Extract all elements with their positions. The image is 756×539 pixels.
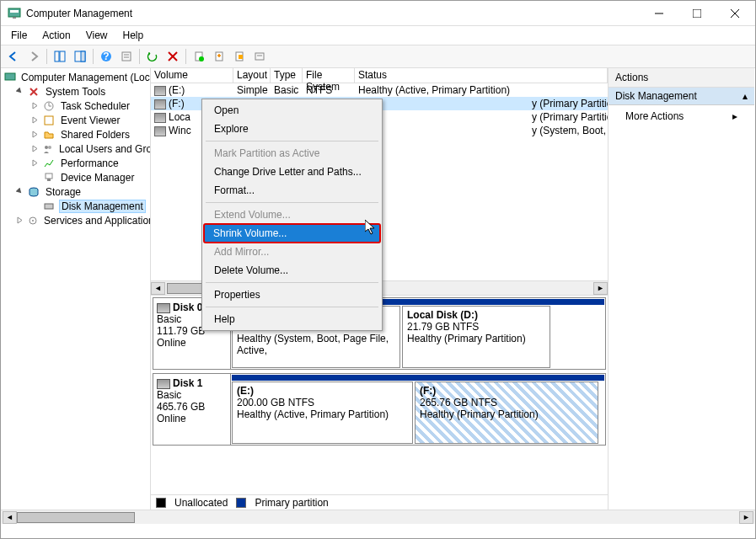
ctx-properties[interactable]: Properties (204, 286, 380, 304)
expand-icon[interactable] (31, 116, 39, 124)
svg-rect-25 (5, 73, 15, 80)
expand-icon[interactable] (31, 102, 39, 109)
event-icon (42, 114, 56, 127)
ctx-format[interactable]: Format... (204, 181, 380, 200)
volume-status: y (System, Boot, Page File, Active, Cras… (355, 125, 608, 136)
svg-rect-1 (10, 10, 19, 13)
volume-fs: NTFS (303, 84, 355, 96)
svg-rect-32 (46, 173, 52, 179)
scroll-left-button[interactable]: ◄ (151, 282, 165, 295)
collapse-icon[interactable] (16, 188, 24, 195)
wizard-button[interactable] (230, 47, 249, 66)
volume-row[interactable]: (E:)SimpleBasicNTFSHealthy (Active, Prim… (151, 83, 608, 97)
ctx-help[interactable]: Help (204, 310, 380, 328)
actions-group[interactable]: Disk Management ▴ (609, 88, 754, 105)
users-icon (42, 142, 54, 156)
chevron-right-icon: ▸ (732, 110, 737, 122)
back-button[interactable] (4, 47, 23, 66)
ctx-change-drive-letter[interactable]: Change Drive Letter and Paths... (204, 163, 380, 181)
scroll-thumb[interactable] (17, 512, 135, 523)
collapse-icon[interactable] (16, 88, 24, 95)
tree-shared-folders[interactable]: Shared Folders (1, 127, 150, 141)
tree-disk-management[interactable]: Disk Management (1, 199, 150, 213)
partition[interactable]: (E:)200.00 GB NTFSHealthy (Active, Prima… (232, 382, 413, 444)
menu-help[interactable]: Help (116, 28, 151, 43)
tree-event-viewer[interactable]: Event Viewer (1, 113, 150, 127)
disk-info[interactable]: Disk 1 Basic 465.76 GB Online (153, 374, 231, 445)
ctx-explore[interactable]: Explore (204, 120, 380, 138)
partition-size: 265.76 GB NTFS (420, 397, 497, 408)
ctx-extend-volume: Extend Volume... (204, 205, 380, 224)
col-layout[interactable]: Layout (233, 68, 271, 83)
col-status[interactable]: Status (355, 68, 608, 83)
disk-label: Disk 0 (173, 302, 202, 313)
tree-label: Shared Folders (59, 129, 131, 141)
maximize-button[interactable] (678, 2, 716, 25)
expand-icon[interactable] (31, 159, 39, 167)
separator (206, 141, 378, 141)
partition-status: Healthy (Primary Partition) (407, 333, 526, 344)
col-type[interactable]: Type (271, 68, 303, 83)
tree-root[interactable]: Computer Management (Local (1, 70, 150, 84)
scroll-right-button[interactable]: ► (593, 282, 608, 295)
tree-system-tools[interactable]: System Tools (1, 84, 150, 99)
volume-icon (154, 86, 166, 96)
storage-icon (27, 185, 40, 199)
device-icon (42, 171, 56, 184)
partition-name: (E:) (237, 385, 254, 397)
menu-file[interactable]: File (4, 28, 34, 43)
window-scrollbar[interactable]: ◄ ► (1, 510, 755, 524)
ctx-add-mirror: Add Mirror... (204, 243, 380, 261)
svg-point-19 (199, 56, 204, 61)
col-filesystem[interactable]: File System (303, 68, 355, 83)
ctx-shrink-volume[interactable]: Shrink Volume... (203, 223, 381, 243)
tree-performance[interactable]: Performance (1, 156, 150, 170)
new-button[interactable] (210, 47, 228, 66)
svg-text:?: ? (103, 51, 109, 62)
svg-rect-35 (45, 204, 53, 209)
svg-rect-8 (60, 51, 65, 61)
properties-button[interactable] (190, 47, 208, 66)
expand-icon[interactable] (31, 131, 39, 138)
close-button[interactable] (716, 2, 753, 25)
menu-action[interactable]: Action (35, 28, 77, 43)
ctx-mark-active: Mark Partition as Active (204, 144, 380, 163)
context-menu: Open Explore Mark Partition as Active Ch… (201, 99, 383, 331)
show-hide-tree-button[interactable] (51, 47, 69, 66)
nav-tree[interactable]: Computer Management (Local System Tools … (1, 68, 151, 510)
help-button[interactable]: ? (97, 47, 115, 66)
svg-rect-13 (122, 52, 131, 61)
ctx-delete-volume[interactable]: Delete Volume... (204, 261, 380, 280)
separator (206, 307, 378, 307)
options-button[interactable] (250, 47, 269, 66)
tree-label: Disk Management (59, 200, 146, 213)
expand-icon[interactable] (31, 145, 39, 152)
refresh-button[interactable] (143, 47, 162, 66)
expand-icon[interactable] (16, 216, 24, 224)
delete-button[interactable] (164, 47, 182, 66)
actions-group-label: Disk Management (615, 90, 697, 102)
show-hide-action-button[interactable] (71, 47, 89, 66)
settings-button[interactable] (117, 47, 136, 66)
col-volume[interactable]: Volume (151, 68, 233, 83)
partition[interactable]: Local Disk (D:)21.79 GB NTFSHealthy (Pri… (402, 306, 550, 368)
tree-root-label: Computer Management (Local (19, 72, 151, 83)
partition[interactable]: (F:)265.76 GB NTFSHealthy (Primary Parti… (415, 382, 598, 444)
disk-icon (157, 379, 170, 389)
tree-task-scheduler[interactable]: Task Scheduler (1, 99, 150, 113)
ctx-open[interactable]: Open (204, 101, 380, 120)
tree-storage[interactable]: Storage (1, 184, 150, 199)
forward-button[interactable] (24, 47, 43, 66)
disk-type: Basic (157, 389, 227, 401)
tree-local-users[interactable]: Local Users and Groups (1, 141, 150, 156)
action-more[interactable]: More Actions ▸ (609, 105, 754, 127)
title-bar: Computer Management (1, 1, 755, 26)
scroll-right-button[interactable]: ► (739, 511, 753, 524)
toolbar: ? (1, 45, 755, 68)
minimize-button[interactable] (640, 2, 678, 25)
tree-services[interactable]: Services and Applications (1, 213, 150, 227)
tree-device-manager[interactable]: Device Manager (1, 170, 150, 184)
menu-view[interactable]: View (79, 28, 115, 43)
action-more-label: More Actions (625, 110, 684, 122)
scroll-left-button[interactable]: ◄ (3, 511, 17, 524)
